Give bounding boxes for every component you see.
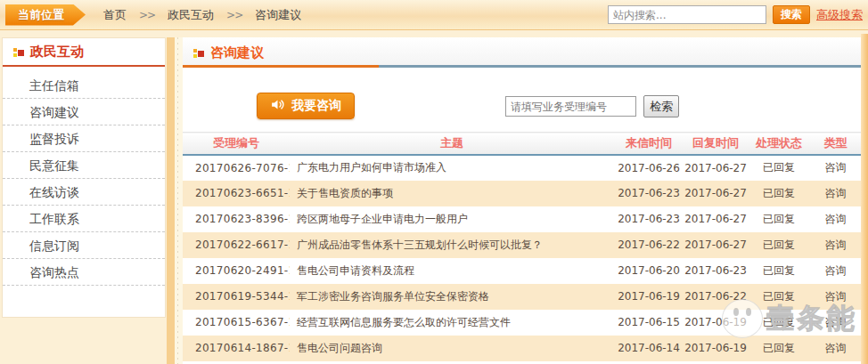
i-want-to-consult-button[interactable]: 我要咨询	[257, 93, 355, 119]
type-cell: 咨询	[810, 155, 861, 181]
breadcrumb-current-page: 咨询建议	[255, 7, 301, 23]
sidebar-item[interactable]: 咨询热点	[3, 259, 165, 286]
case-id-cell: 20170615-6367-126565	[183, 310, 290, 336]
replied-date-cell: 2017-06-27	[684, 181, 748, 206]
received-date-cell: 2017-06-23	[614, 181, 684, 206]
type-cell: 咨询	[810, 206, 861, 232]
current-location-ribbon: 当前位置	[5, 4, 86, 26]
consultation-table: 受理编号 主题 来信时间 回复时间 处理状态 类型 20170626-7076-…	[183, 132, 861, 361]
main-panel-header: 咨询建议	[183, 37, 861, 68]
sidebar-menu: 主任信箱 咨询建议 监督投诉 民意征集 在线访谈 工作联系 信息订阅 咨询热点	[3, 67, 165, 286]
col-header-type: 类型	[810, 133, 861, 155]
col-header-received: 来信时间	[614, 133, 684, 155]
case-id-cell: 20170619-5344-126572	[183, 284, 290, 310]
table-row[interactable]: 20170623-8396-126618 跨区两地母子企业申请电力一般用户 20…	[183, 206, 861, 232]
case-number-input[interactable]	[505, 96, 636, 117]
consult-button-label: 我要咨询	[291, 98, 341, 114]
col-header-status: 处理状态	[748, 133, 810, 155]
retrieve-button[interactable]: 检索	[643, 95, 679, 117]
status-cell: 已回复	[748, 206, 810, 232]
table-header-row: 受理编号 主题 来信时间 回复时间 处理状态 类型	[183, 133, 861, 155]
col-header-subject: 主题	[290, 133, 614, 155]
col-header-replied: 回复时间	[684, 133, 748, 155]
type-cell: 咨询	[810, 336, 861, 361]
right-edge-strip	[861, 34, 868, 364]
status-cell: 已回复	[748, 310, 810, 336]
sidebar-item[interactable]: 主任信箱	[3, 72, 165, 99]
table-row[interactable]: 20170619-5344-126572 军工涉密业务咨询服务单位安全保密资格 …	[183, 284, 861, 310]
replied-date-cell: 2017-06-27	[684, 155, 748, 181]
top-breadcrumb-bar: 当前位置 首页 >> 政民互动 >> 咨询建议 搜索 高级搜索	[0, 0, 868, 30]
speaker-icon	[270, 97, 285, 115]
received-date-cell: 2017-06-19	[614, 284, 684, 310]
replied-date-cell: 2017-06-27	[684, 232, 748, 258]
squares-icon	[13, 46, 25, 58]
breadcrumb-home-link[interactable]: 首页	[103, 7, 127, 23]
table-row[interactable]: 20170626-7076-126630 广东电力用户如何申请市场准入 2017…	[183, 155, 861, 181]
replied-date-cell: 2017-06-19	[684, 310, 748, 336]
subject-link[interactable]: 广州成品油零售体系十三五规划什么时候可以批复？	[297, 239, 543, 251]
case-id-cell: 20170622-6617-126610	[183, 232, 290, 258]
case-id-cell: 20170623-8396-126618	[183, 206, 290, 232]
received-date-cell: 2017-06-20	[614, 258, 684, 284]
status-cell: 已回复	[748, 232, 810, 258]
col-header-case-id: 受理编号	[183, 133, 290, 155]
subject-link[interactable]: 售电公司问题咨询	[297, 342, 382, 354]
sidebar-item[interactable]: 在线访谈	[3, 179, 165, 206]
breadcrumb-separator: >>	[139, 9, 155, 21]
panel-divider	[167, 37, 183, 364]
subject-link[interactable]: 广东电力用户如何申请市场准入	[297, 161, 446, 174]
case-id-cell: 20170623-6651-126619	[183, 181, 290, 206]
sidebar-item[interactable]: 工作联系	[3, 206, 165, 232]
table-row[interactable]: 20170622-6617-126610 广州成品油零售体系十三五规划什么时候可…	[183, 232, 861, 258]
status-cell: 已回复	[748, 155, 810, 181]
replied-date-cell: 2017-06-19	[684, 336, 748, 361]
site-search-input[interactable]	[608, 5, 766, 24]
page-title: 咨询建议	[210, 44, 264, 61]
status-cell: 已回复	[748, 258, 810, 284]
received-date-cell: 2017-06-23	[614, 206, 684, 232]
sidebar-header: 政民互动	[3, 38, 165, 67]
case-id-cell: 20170614-1867-126557	[183, 336, 290, 361]
received-date-cell: 2017-06-15	[614, 310, 684, 336]
toolbar: 我要咨询 检索	[183, 68, 861, 132]
squares-icon	[193, 47, 205, 59]
breadcrumb: 首页 >> 政民互动 >> 咨询建议	[103, 7, 301, 23]
received-date-cell: 2017-06-14	[614, 336, 684, 361]
replied-date-cell: 2017-06-22	[684, 284, 748, 310]
table-row[interactable]: 20170620-2491-126583 售电公司申请资料及流程 2017-06…	[183, 258, 861, 284]
status-cell: 已回复	[748, 284, 810, 310]
table-row[interactable]: 20170615-6367-126565 经营互联网信息服务要怎么取的许可经营文…	[183, 310, 861, 336]
sidebar-title: 政民互动	[30, 44, 84, 61]
status-cell: 已回复	[748, 181, 810, 206]
sidebar-item[interactable]: 咨询建议	[3, 99, 165, 125]
subject-link[interactable]: 经营互联网信息服务要怎么取的许可经营文件	[297, 316, 511, 328]
subject-link[interactable]: 跨区两地母子企业申请电力一般用户	[297, 213, 468, 225]
advanced-search-link[interactable]: 高级搜索	[816, 7, 863, 23]
type-cell: 咨询	[810, 310, 861, 336]
breadcrumb-section-link[interactable]: 政民互动	[168, 7, 214, 23]
received-date-cell: 2017-06-26	[614, 155, 684, 181]
subject-link[interactable]: 军工涉密业务咨询服务单位安全保密资格	[297, 290, 489, 303]
subject-link[interactable]: 关于售电资质的事项	[297, 187, 393, 199]
type-cell: 咨询	[810, 232, 861, 258]
status-cell: 已回复	[748, 336, 810, 361]
site-search-button[interactable]: 搜索	[773, 5, 810, 24]
site-search-area: 搜索 高级搜索	[608, 5, 863, 24]
subject-link[interactable]: 售电公司申请资料及流程	[297, 264, 414, 277]
main-panel: 咨询建议 我要咨询 检索 受理编号 主题 来信时间 回复时间 处理状态 类型 2…	[183, 37, 861, 364]
sidebar: 政民互动 主任信箱 咨询建议 监督投诉 民意征集 在线访谈 工作联系 信息订阅 …	[2, 37, 166, 318]
received-date-cell: 2017-06-22	[614, 232, 684, 258]
replied-date-cell: 2017-06-23	[684, 258, 748, 284]
case-id-cell: 20170626-7076-126630	[183, 155, 290, 181]
sidebar-item[interactable]: 监督投诉	[3, 125, 165, 152]
type-cell: 咨询	[810, 258, 861, 284]
sidebar-item[interactable]: 民意征集	[3, 152, 165, 179]
breadcrumb-separator: >>	[226, 9, 242, 21]
sidebar-item[interactable]: 信息订阅	[3, 232, 165, 259]
table-row[interactable]: 20170614-1867-126557 售电公司问题咨询 2017-06-14…	[183, 336, 861, 361]
replied-date-cell: 2017-06-27	[684, 206, 748, 232]
type-cell: 咨询	[810, 284, 861, 310]
table-row[interactable]: 20170623-6651-126619 关于售电资质的事项 2017-06-2…	[183, 181, 861, 206]
type-cell: 咨询	[810, 181, 861, 206]
